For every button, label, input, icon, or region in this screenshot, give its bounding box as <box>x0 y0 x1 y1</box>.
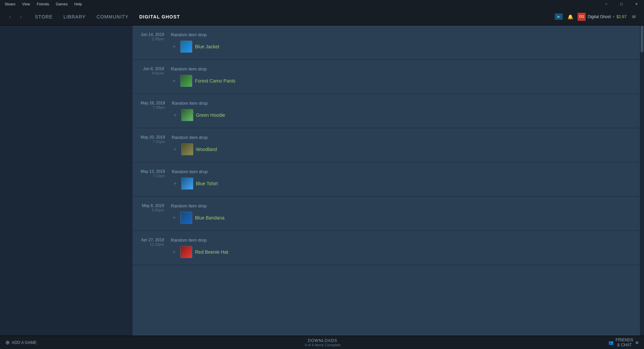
menu-steam[interactable]: Steam <box>3 1 17 7</box>
item-thumbnail <box>181 143 193 155</box>
menu-items: Steam View Friends Games Help <box>3 1 84 7</box>
feed-content: Random item drop + Red Beenie Hat <box>171 238 632 258</box>
menu-friends[interactable]: Friends <box>35 1 51 7</box>
feed-item: Apr 27, 2019 11:15pm Random item drop + … <box>133 231 640 265</box>
item-thumbnail <box>180 212 192 224</box>
nav-library[interactable]: LIBRARY <box>58 8 91 26</box>
feed-date: May 28, 2019 7:29pm <box>141 101 172 109</box>
feed-item: Jun 14, 2019 2:30pm Random item drop + B… <box>133 26 640 60</box>
feed-label: Random item drop <box>171 32 632 37</box>
item-name[interactable]: Green Hoodie <box>196 112 225 118</box>
plus-icon: + <box>171 249 178 255</box>
feed-date-time: 7:29pm <box>141 105 165 109</box>
feed-date-main: Apr 27, 2019 <box>141 238 164 242</box>
feed-item-row: + Blue Tshirt <box>172 178 632 190</box>
plus-icon: + <box>171 78 178 84</box>
close-button[interactable]: × <box>629 0 644 8</box>
downloads-label: DOWNLOADS <box>304 338 341 343</box>
nav-community[interactable]: COMMUNITY <box>91 8 134 26</box>
feed-content: Random item drop + Blue Bandana <box>171 203 632 224</box>
friends-plus-icon: ⊕ <box>635 340 639 345</box>
item-name[interactable]: Red Beenie Hat <box>195 249 228 255</box>
feed-item: May 13, 2019 7:12pm Random item drop + B… <box>133 162 640 197</box>
main-content: Jun 14, 2019 2:30pm Random item drop + B… <box>0 26 644 336</box>
feed-date-main: Jun 14, 2019 <box>141 32 164 37</box>
feed-item-row: + Red Beenie Hat <box>171 246 632 258</box>
item-thumbnail <box>180 41 192 53</box>
item-name[interactable]: Blue Tshirt <box>196 181 218 186</box>
feed-date-time: 5:00pm <box>141 208 164 212</box>
feed-date: May 13, 2019 7:12pm <box>141 169 172 178</box>
user-name-area[interactable]: DG Digital Ghost ▾ $2.67 <box>578 13 627 21</box>
feed-date-main: May 28, 2019 <box>141 101 165 105</box>
feed-date-time: 7:15pm <box>141 140 165 144</box>
item-name[interactable]: Woodland <box>196 147 217 152</box>
feed-date: Jun 14, 2019 2:30pm <box>141 32 171 41</box>
feed-date: Apr 27, 2019 11:15pm <box>141 238 171 246</box>
feed-label: Random item drop <box>171 238 632 243</box>
title-bar: Steam View Friends Games Help − □ × <box>0 0 644 8</box>
friends-chat-label: FRIENDS & CHAT <box>615 338 633 347</box>
feed-item-row: + Green Hoodie <box>172 109 632 121</box>
avatar: DG <box>578 13 586 21</box>
friends-chat-button[interactable]: 👥 FRIENDS & CHAT ⊕ <box>608 338 639 347</box>
plus-icon: ⊕ <box>5 339 10 346</box>
feed-item: May 20, 2019 7:15pm Random item drop + W… <box>133 128 640 162</box>
nav-bar: ‹ › STORE LIBRARY COMMUNITY DIGITAL GHOS… <box>0 8 644 26</box>
maximize-button[interactable]: □ <box>614 0 629 8</box>
nav-store[interactable]: STORE <box>30 8 58 26</box>
plus-icon: + <box>171 215 178 221</box>
plus-icon: + <box>172 181 179 187</box>
feed-content: Random item drop + Forest Camo Pants <box>171 66 632 87</box>
plus-icon: + <box>172 146 179 152</box>
nav-arrows: ‹ › <box>5 12 26 21</box>
message-icon[interactable]: ✉ <box>629 12 639 21</box>
item-thumbnail <box>180 75 192 87</box>
feed-item: May 28, 2019 7:29pm Random item drop + G… <box>133 94 640 128</box>
item-name[interactable]: Blue Bandana <box>195 215 225 220</box>
feed-item-row: + Blue Jacket <box>171 41 632 53</box>
feed-label: Random item drop <box>171 203 632 208</box>
menu-games[interactable]: Games <box>54 1 69 7</box>
badge-icon: ▶ <box>557 14 560 19</box>
item-thumbnail <box>181 109 193 121</box>
feed-area: Jun 14, 2019 2:30pm Random item drop + B… <box>133 26 640 336</box>
feed-item-row: + Blue Bandana <box>171 212 632 224</box>
back-button[interactable]: ‹ <box>5 12 15 21</box>
feed-label: Random item drop <box>171 66 632 71</box>
feed-label: Random item drop <box>172 135 632 140</box>
feed-item-row: + Woodland <box>172 143 632 155</box>
feed-date-main: May 13, 2019 <box>141 169 165 174</box>
feed-date-main: May 20, 2019 <box>141 135 165 140</box>
feed-date-time: 2:30pm <box>141 37 164 41</box>
feed-label: Random item drop <box>172 169 632 174</box>
title-bar-left: Steam View Friends Games Help <box>3 1 84 7</box>
scrollbar[interactable] <box>640 26 644 336</box>
downloads-center: DOWNLOADS 4 of 4 Items Complete <box>304 338 341 347</box>
feed-date: May 6, 2019 5:00pm <box>141 203 171 212</box>
feed-item: May 6, 2019 5:00pm Random item drop + Bl… <box>133 197 640 231</box>
feed-content: Random item drop + Woodland <box>172 135 632 155</box>
feed-date: Jun 6, 2019 9:01am <box>141 66 171 75</box>
feed-item-row: + Forest Camo Pants <box>171 75 632 87</box>
user-badge: ▶ <box>555 13 563 20</box>
item-name[interactable]: Blue Jacket <box>195 44 219 49</box>
left-sidebar <box>0 26 133 336</box>
bottom-bar: ⊕ ADD A GAME DOWNLOADS 4 of 4 Items Comp… <box>0 336 644 349</box>
add-game-button[interactable]: ⊕ ADD A GAME <box>5 339 37 346</box>
minimize-button[interactable]: − <box>599 0 614 8</box>
nav-username[interactable]: DIGITAL GHOST <box>134 8 185 26</box>
feed-date-time: 7:12pm <box>141 174 165 178</box>
feed-date-main: Jun 6, 2019 <box>141 66 164 71</box>
dropdown-chevron-icon: ▾ <box>613 15 614 18</box>
menu-view[interactable]: View <box>20 1 32 7</box>
notifications-icon[interactable]: 🔔 <box>565 12 575 21</box>
forward-button[interactable]: › <box>16 12 26 21</box>
feed-label: Random item drop <box>172 101 632 106</box>
feed-date-time: 11:15pm <box>141 242 164 246</box>
scrollbar-thumb[interactable] <box>641 26 643 52</box>
menu-help[interactable]: Help <box>72 1 84 7</box>
feed-content: Random item drop + Blue Jacket <box>171 32 632 53</box>
item-name[interactable]: Forest Camo Pants <box>195 78 236 84</box>
item-thumbnail <box>180 246 192 258</box>
